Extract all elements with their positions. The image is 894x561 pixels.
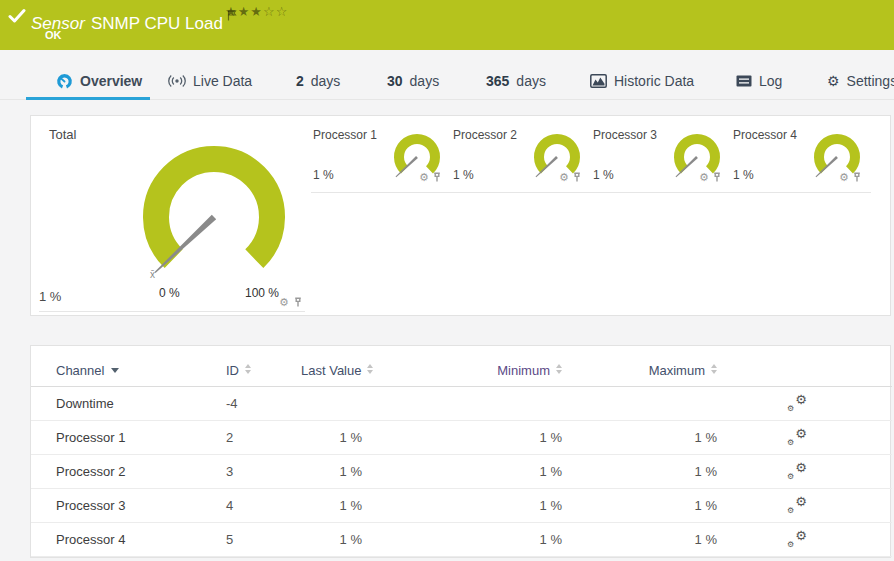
total-scale-max: 100 % (245, 286, 279, 300)
gauge-name: Processor 1 (313, 128, 377, 142)
pin-gauge-icon[interactable] (852, 172, 862, 183)
gauge-divider (451, 192, 591, 193)
channel-settings-icon[interactable]: ⚙⚙ (787, 530, 807, 546)
channel-settings-icon[interactable]: ⚙⚙ (787, 428, 807, 444)
log-list-icon (736, 75, 752, 87)
table-row-total: Total 0 1 % 1 % 1 % ⚙⚙ (31, 557, 892, 561)
sort-icon (556, 364, 562, 374)
gauge-divider (39, 311, 305, 312)
column-header-channel[interactable]: Channel (31, 346, 226, 387)
channel-name: Downtime (31, 387, 226, 421)
sort-desc-icon (111, 368, 119, 373)
gauge-name: Processor 2 (453, 128, 517, 142)
tab-bar: Overview Live Data 2 days 30 days 365 da… (0, 62, 894, 100)
total-gauge-value: 1 % (39, 289, 61, 304)
tab-live-data[interactable]: Live Data (168, 69, 252, 93)
status-badge: OK (45, 29, 62, 41)
pin-gauge-icon[interactable] (712, 172, 722, 183)
channel-settings-gear-icon[interactable]: ⚙ (699, 172, 709, 183)
maximum-value: 1 % (576, 557, 731, 561)
gauge-value: 1 % (453, 168, 474, 182)
priority-star[interactable]: ★ (225, 4, 238, 19)
sort-icon (367, 364, 373, 374)
maximum-value: 1 % (576, 421, 731, 455)
channels-table-panel: Channel ID Last Value Minimum Maximum Do… (30, 345, 891, 558)
last-value (301, 387, 376, 421)
channel-name: Processor 2 (31, 455, 226, 489)
channel-name: Processor 4 (31, 523, 226, 557)
column-header-last-value[interactable]: Last Value (301, 346, 376, 387)
channel-name: Processor 3 (31, 489, 226, 523)
channel-id: -4 (226, 387, 301, 421)
gauge-divider (311, 192, 451, 193)
tab-overview[interactable]: Overview (56, 69, 142, 93)
tab-2-days[interactable]: 2 days (296, 69, 340, 93)
channel-settings-gear-icon[interactable]: ⚙ (419, 172, 429, 183)
channel-id: 4 (226, 489, 301, 523)
table-row-processor-1: Processor 1 2 1 % 1 % 1 % ⚙⚙ (31, 421, 892, 455)
channel-settings-gear-icon[interactable]: ⚙ (559, 172, 569, 183)
pin-gauge-icon[interactable] (432, 172, 442, 183)
channel-id: 2 (226, 421, 301, 455)
sort-icon (711, 364, 717, 374)
priority-star[interactable]: ★ (250, 4, 263, 19)
tab-overview-label: Overview (80, 73, 142, 89)
channel-id: 5 (226, 523, 301, 557)
gauge-value: 1 % (593, 168, 614, 182)
average-marker: x̄ (150, 269, 155, 280)
minimum-value: 1 % (376, 557, 576, 561)
sensor-overview-page: SensorSNMP CPU Load ★★★☆☆ OK Overview Li… (0, 0, 894, 561)
channel-settings-gear-icon[interactable]: ⚙ (839, 172, 849, 183)
last-value: 1 % (301, 455, 376, 489)
priority-stars[interactable]: ★★★☆☆ (225, 4, 288, 19)
channels-table: Channel ID Last Value Minimum Maximum Do… (31, 346, 892, 561)
tab-settings[interactable]: ⚙ Settings (827, 69, 894, 93)
channel-id: 3 (226, 455, 301, 489)
last-value: 1 % (301, 523, 376, 557)
tab-settings-label: Settings (847, 73, 894, 89)
pin-gauge-icon[interactable] (293, 297, 303, 308)
active-tab-underline (26, 97, 150, 100)
priority-star[interactable]: ☆ (276, 4, 289, 19)
gauge-divider (591, 192, 731, 193)
column-header-maximum[interactable]: Maximum (576, 346, 731, 387)
table-row-processor-4: Processor 4 5 1 % 1 % 1 % ⚙⚙ (31, 523, 892, 557)
gauge-processor-2: Processor 2 1 % ⚙ (451, 128, 591, 196)
chart-icon (590, 74, 607, 88)
minimum-value: 1 % (376, 455, 576, 489)
maximum-value: 1 % (576, 523, 731, 557)
minimum-value: 1 % (376, 523, 576, 557)
sensor-status-header: SensorSNMP CPU Load ★★★☆☆ OK (0, 0, 894, 50)
channel-settings-icon[interactable]: ⚙⚙ (787, 462, 807, 478)
gauge-value: 1 % (733, 168, 754, 182)
column-header-actions (731, 346, 811, 387)
priority-star[interactable]: ☆ (263, 4, 276, 19)
column-header-minimum[interactable]: Minimum (376, 346, 576, 387)
total-gauge-dial (139, 142, 289, 292)
channel-settings-icon[interactable]: ⚙⚙ (787, 496, 807, 512)
tab-365-days[interactable]: 365 days (486, 69, 546, 93)
tab-30-days[interactable]: 30 days (387, 69, 439, 93)
last-value: 1 % (301, 421, 376, 455)
tab-log[interactable]: Log (736, 69, 782, 93)
live-signal-icon (168, 74, 186, 88)
minimum-value: 1 % (376, 421, 576, 455)
tab-historic-data[interactable]: Historic Data (590, 69, 694, 93)
column-header-id[interactable]: ID (226, 346, 301, 387)
last-value: 1 % (301, 489, 376, 523)
pin-gauge-icon[interactable] (572, 172, 582, 183)
total-scale-min: 0 % (159, 286, 180, 300)
gauges-panel: Total x̄ 0 % 100 % 1 % ⚙ Processor 1 (30, 115, 891, 316)
channel-name: Processor 1 (31, 421, 226, 455)
channel-settings-gear-icon[interactable]: ⚙ (279, 297, 289, 308)
table-row-downtime: Downtime -4 ⚙⚙ (31, 387, 892, 421)
gauge-value: 1 % (313, 168, 334, 182)
channel-settings-icon[interactable]: ⚙⚙ (787, 394, 807, 410)
table-row-processor-3: Processor 3 4 1 % 1 % 1 % ⚙⚙ (31, 489, 892, 523)
priority-star[interactable]: ★ (238, 4, 251, 19)
gauge-processor-4: Processor 4 1 % ⚙ (731, 128, 871, 196)
minimum-value (376, 387, 576, 421)
gear-icon: ⚙ (827, 74, 840, 88)
gauge-processor-1: Processor 1 1 % ⚙ (311, 128, 451, 196)
gauge-icon (56, 73, 73, 90)
